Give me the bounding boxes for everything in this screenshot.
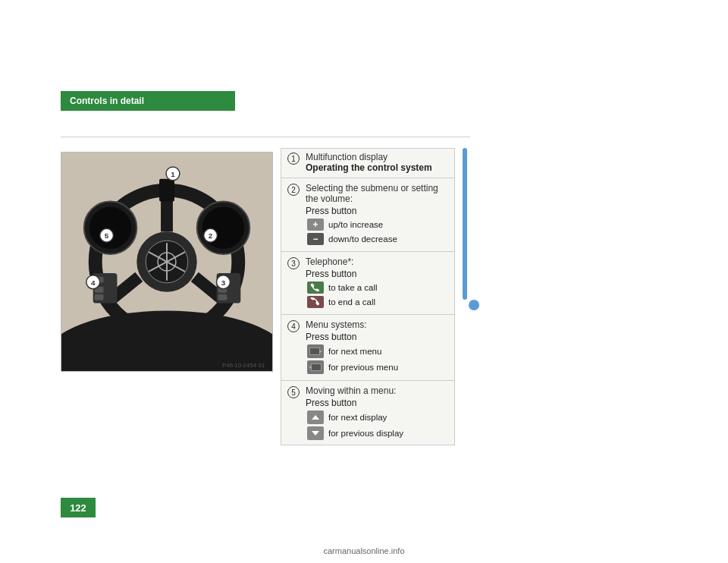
item-1-subtitle: Operating the control system xyxy=(306,162,448,173)
svg-rect-20 xyxy=(159,179,174,202)
info-item-3: 3 Telephone*: Press button to take a cal… xyxy=(281,253,454,313)
svg-text:3: 3 xyxy=(221,278,226,287)
item-number-1: 1 xyxy=(287,153,300,165)
item-5-next-row: for next display xyxy=(306,410,448,424)
plus-label: up/to increase xyxy=(328,220,383,229)
svg-rect-40 xyxy=(312,364,321,370)
item-4-prev-row: for previous menu xyxy=(306,360,448,374)
item-3-title: Telephone*: xyxy=(306,256,448,267)
section-divider xyxy=(61,137,470,137)
info-item-2: 2 Selecting the submenu or setting the v… xyxy=(281,180,454,250)
item-4-next-row: for next menu xyxy=(306,344,448,358)
item-2-minus-row: − down/to decrease xyxy=(306,233,448,245)
phone-end-icon xyxy=(307,296,324,308)
svg-marker-43 xyxy=(312,431,319,436)
watermark-text: carmanualsonline.info xyxy=(323,546,404,555)
item-1-title: Multifunction display xyxy=(306,152,448,162)
item-3-press: Press button xyxy=(306,269,448,279)
svg-text:4: 4 xyxy=(91,278,96,287)
item-number-2: 2 xyxy=(287,184,300,196)
menu-next-icon xyxy=(307,344,324,358)
item-number-5: 5 xyxy=(287,386,300,398)
page-number-box: 122 xyxy=(61,498,96,517)
svg-text:2: 2 xyxy=(209,231,213,240)
divider-4 xyxy=(281,380,454,381)
phone-call-icon xyxy=(307,282,324,294)
steering-wheel-image: 1 2 3 4 5 P46·10·2454·31 xyxy=(61,152,273,372)
item-4-title: Menu systems: xyxy=(306,319,448,330)
divider-1 xyxy=(281,178,454,178)
next-menu-label: for next menu xyxy=(328,347,381,356)
svg-rect-37 xyxy=(310,348,319,354)
item-5-prev-row: for previous display xyxy=(306,426,448,440)
display-prev-icon xyxy=(307,426,324,440)
blue-indicator-dot xyxy=(469,300,479,310)
svg-marker-42 xyxy=(312,415,319,420)
minus-icon: − xyxy=(307,233,324,245)
divider-2 xyxy=(281,251,454,252)
display-next-icon xyxy=(307,410,324,424)
plus-icon: + xyxy=(307,219,324,231)
section-title: Controls in detail xyxy=(70,96,144,106)
svg-rect-19 xyxy=(218,294,228,300)
prev-menu-label: for previous menu xyxy=(328,363,398,372)
item-2-plus-row: + up/to increase xyxy=(306,219,448,231)
divider-3 xyxy=(281,314,454,315)
svg-text:P46·10·2454·31: P46·10·2454·31 xyxy=(222,362,265,369)
svg-point-22 xyxy=(89,207,132,250)
svg-rect-15 xyxy=(95,294,104,300)
info-item-4: 4 Menu systems: Press button for next me… xyxy=(281,316,454,379)
svg-point-24 xyxy=(202,207,245,250)
item-2-press: Press button xyxy=(306,206,448,216)
svg-marker-38 xyxy=(319,350,322,353)
svg-marker-41 xyxy=(309,366,312,369)
item-2-title: Selecting the submenu or setting the vol… xyxy=(306,183,448,204)
page-number: 122 xyxy=(70,502,86,514)
section-header: Controls in detail xyxy=(61,91,235,111)
info-item-1: 1 Multifunction display Operating the co… xyxy=(281,149,454,176)
watermark-area: carmanualsonline.info xyxy=(0,546,728,555)
next-display-label: for next display xyxy=(328,413,387,422)
item-5-press: Press button xyxy=(306,398,448,408)
prev-display-label: for previous display xyxy=(328,429,403,438)
minus-label: down/to decrease xyxy=(328,234,397,244)
item-3-call-row: to take a call xyxy=(306,282,448,294)
svg-text:1: 1 xyxy=(171,170,175,178)
item-4-press: Press button xyxy=(306,332,448,342)
info-item-5: 5 Moving within a menu: Press button for… xyxy=(281,382,454,445)
item-number-4: 4 xyxy=(287,320,300,332)
item-3-end-row: to end a call xyxy=(306,296,448,308)
svg-text:5: 5 xyxy=(105,231,109,240)
vertical-sidebar-bar xyxy=(463,148,467,300)
item-number-3: 3 xyxy=(287,257,300,269)
take-call-label: to take a call xyxy=(328,283,378,292)
item-5-title: Moving within a menu: xyxy=(306,385,448,396)
info-panel: 1 Multifunction display Operating the co… xyxy=(281,148,455,445)
menu-prev-icon xyxy=(307,360,324,374)
end-call-label: to end a call xyxy=(328,297,375,307)
